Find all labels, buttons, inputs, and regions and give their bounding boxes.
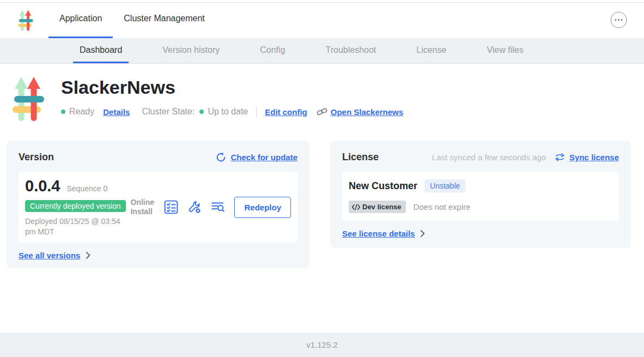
license-card-title: License	[342, 152, 379, 163]
top-divider	[0, 2, 644, 3]
version-number: 0.0.4	[25, 177, 60, 195]
app-status-label: Ready	[69, 107, 94, 117]
last-synced-label: Last synced a few seconds ago	[432, 153, 546, 162]
top-bar: Application Cluster Management	[0, 0, 644, 38]
edit-config-icon[interactable]	[187, 200, 202, 214]
check-for-update-link[interactable]: Check for update	[216, 152, 297, 162]
current-version-panel: 0.0.4 Sequence 0 Currently deployed vers…	[19, 172, 297, 243]
edit-config-link[interactable]: Edit config	[265, 107, 307, 117]
open-app-link[interactable]: Open Slackernews	[331, 107, 403, 117]
dashboard-main: SlackerNews Ready Details Cluster State:…	[0, 64, 644, 332]
cluster-state-value: Up to date	[208, 107, 248, 117]
deploy-logs-icon[interactable]	[211, 200, 225, 214]
app-header: SlackerNews Ready Details Cluster State:…	[12, 75, 403, 123]
sync-icon	[555, 152, 565, 162]
tab-application[interactable]: Application	[48, 0, 113, 38]
tab-view-files[interactable]: View files	[480, 38, 530, 63]
chevron-right-icon	[420, 229, 426, 238]
app-logo-icon	[18, 9, 33, 32]
tab-config[interactable]: Config	[253, 38, 291, 63]
ellipsis-icon	[610, 11, 627, 28]
link-icon	[317, 106, 327, 117]
install-type-label: Online Install	[130, 198, 156, 216]
preflight-checks-icon[interactable]	[164, 200, 178, 214]
tab-cluster-management[interactable]: Cluster Management	[113, 0, 216, 38]
code-icon	[351, 204, 361, 210]
chevron-right-icon	[85, 251, 91, 259]
license-summary-panel: New Customer Unstable Dev license Does n…	[342, 172, 619, 221]
license-expiry-label: Does not expire	[414, 202, 471, 211]
customer-name: New Customer	[349, 180, 417, 192]
license-type-badge: Dev license	[349, 201, 406, 213]
tab-version-history[interactable]: Version history	[156, 38, 226, 63]
cluster-state-label: Cluster State:	[142, 107, 195, 117]
top-nav: Application Cluster Management	[48, 0, 216, 38]
page-title: SlackerNews	[61, 77, 403, 98]
admin-console-page: Application Cluster Management Dashboard…	[0, 0, 644, 357]
status-details-link[interactable]: Details	[103, 107, 130, 117]
sync-license-link[interactable]: Sync license	[555, 152, 619, 162]
version-card: Version Check for update 0.0.4 Sequence …	[7, 141, 309, 268]
channel-badge: Unstable	[424, 179, 465, 192]
sequence-label: Sequence 0	[67, 184, 108, 193]
redeploy-button[interactable]: Redeploy	[234, 197, 291, 218]
deployed-timestamp: Deployed 08/15/25 @ 03:54 pm MDT	[25, 216, 126, 237]
app-status-dot	[61, 110, 65, 114]
tab-license[interactable]: License	[410, 38, 453, 63]
license-card: License Last synced a few seconds ago	[330, 141, 631, 248]
see-all-versions-link[interactable]: See all versions	[19, 251, 80, 260]
overflow-menu-button[interactable]	[610, 11, 627, 28]
app-status-row: Ready Details Cluster State: Up to date …	[61, 106, 403, 117]
app-sub-nav: Dashboard Version history Config Trouble…	[0, 38, 644, 64]
divider	[256, 106, 257, 117]
refresh-icon	[216, 152, 226, 162]
app-logo-large-icon	[12, 75, 45, 123]
cluster-state-dot	[199, 110, 204, 114]
see-license-details-link[interactable]: See license details	[342, 229, 415, 238]
console-footer: v1.125.2	[0, 332, 644, 357]
version-card-title: Version	[19, 152, 54, 163]
console-version-label: v1.125.2	[306, 340, 338, 349]
tab-dashboard[interactable]: Dashboard	[73, 38, 129, 63]
deployed-status-badge: Currently deployed version	[25, 200, 126, 212]
tab-troubleshoot[interactable]: Troubleshoot	[319, 38, 382, 63]
